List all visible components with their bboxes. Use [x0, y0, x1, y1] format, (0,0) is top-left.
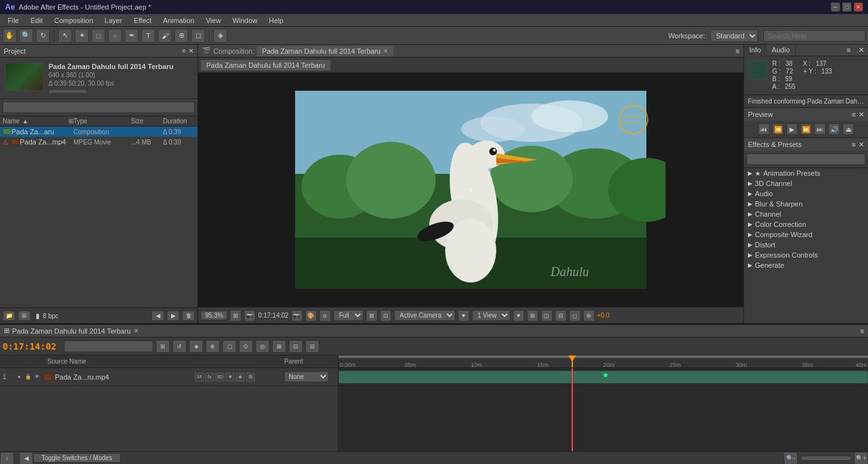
effects-cat-expression[interactable]: ▶ Expression Controls [744, 250, 868, 260]
timeline-options[interactable]: ≡ [860, 327, 864, 335]
toggle-prev[interactable]: ◀ [19, 452, 33, 465]
effects-cat-generate[interactable]: ▶ Generate [744, 260, 868, 270]
view-btn-3[interactable]: ⊟ [555, 310, 567, 321]
sw-collapse[interactable]: ★ [225, 373, 234, 382]
tl-btn-1[interactable]: ⊞ [156, 340, 170, 353]
sw-quality[interactable]: ◈ [236, 373, 245, 382]
effects-cat-3dchannel[interactable]: ▶ 3D Channel [744, 178, 868, 189]
info-panel-close[interactable]: ✕ [855, 45, 868, 56]
tool-pen[interactable]: ✒ [125, 29, 139, 43]
maximize-button[interactable]: □ [842, 3, 851, 12]
tab-close[interactable]: ✕ [383, 48, 388, 54]
tool-zoom[interactable]: 🔍 [19, 29, 33, 43]
preview-panel-options[interactable]: ≡ [852, 111, 856, 118]
quality-select[interactable]: Full [333, 310, 363, 321]
toggle-channels[interactable]: ⊠ [366, 310, 377, 321]
new-comp-btn[interactable]: ⊞ [18, 311, 31, 321]
camera-icon[interactable]: 📷 [291, 310, 303, 321]
menu-composition[interactable]: Composition [49, 15, 98, 26]
alpha-btn[interactable]: α [319, 310, 331, 321]
tool-brush[interactable]: 🖌 [158, 29, 172, 43]
timeline-search[interactable] [64, 341, 153, 352]
toggle-zoom-in[interactable]: 🔍+ [854, 452, 868, 465]
snapshot-btn[interactable]: 📷 [244, 310, 255, 321]
tl-btn-2[interactable]: ↺ [172, 340, 187, 353]
toggle-zoom-out[interactable]: 🔍- [784, 452, 798, 465]
tl-btn-7[interactable]: ◎ [255, 340, 270, 353]
layer-visible[interactable]: 👁 [33, 373, 41, 381]
tl-btn-4[interactable]: ⊕ [206, 340, 220, 353]
effects-cat-audio[interactable]: ▶ Audio [744, 189, 868, 199]
sw-frame-blend[interactable]: ⊞ [246, 373, 255, 382]
prev-btn[interactable]: ◀ [151, 311, 164, 321]
camera-opts[interactable]: ▼ [458, 310, 469, 321]
effects-cat-composite[interactable]: ▶ Composite Wizard [744, 229, 868, 240]
viewer-options[interactable]: ≡ [736, 47, 740, 55]
tool-clone[interactable]: ⊕ [174, 29, 188, 43]
tool-puppet[interactable]: ◈ [213, 29, 227, 43]
delete-btn[interactable]: 🗑 [182, 311, 195, 321]
tl-btn-3[interactable]: ◈ [189, 340, 203, 353]
preview-panel-close[interactable]: ✕ [858, 111, 864, 119]
tool-hand[interactable]: ✋ [3, 29, 17, 43]
effects-search-input[interactable] [747, 153, 865, 165]
view-btn-2[interactable]: ◫ [541, 310, 552, 321]
effects-cat-blur[interactable]: ▶ Blur & Sharpen [744, 199, 868, 209]
project-panel-options[interactable]: ≡ [182, 47, 186, 54]
tool-rect[interactable]: □ [91, 29, 105, 43]
sw-3d[interactable]: 3D [215, 373, 224, 382]
color-btn[interactable]: 🎨 [305, 310, 317, 321]
prev-audio[interactable]: 🔊 [828, 123, 840, 135]
layer-lock[interactable]: 🔒 [24, 373, 32, 381]
prev-loop[interactable]: ⏏ [842, 123, 854, 135]
view-btn-4[interactable]: ◻ [569, 310, 581, 321]
timeline-layer-0[interactable]: 1 ● 🔒 👁 Pada Za...ru.mp4 M fx 3D ★ ◈ ⊞ [0, 368, 338, 386]
prev-frame-start[interactable]: ⏮ [758, 123, 770, 135]
menu-file[interactable]: File [3, 15, 24, 26]
layer-parent-select-0[interactable]: None [284, 371, 329, 382]
tab-info[interactable]: Info [744, 45, 766, 56]
toggle-switches-modes[interactable]: Toggle Switches / Modes [33, 453, 121, 463]
toggle-expand[interactable]: ↕ [0, 452, 14, 465]
prev-frame-back[interactable]: ⏪ [772, 123, 784, 135]
fit-btn[interactable]: ⊞ [230, 310, 241, 321]
view-btn-1[interactable]: ⊞ [527, 310, 538, 321]
effects-cat-animation-presets[interactable]: ▶ ★ Animation Presets [744, 168, 868, 178]
toggle-transparency[interactable]: ⊡ [380, 310, 392, 321]
timeline-timecode[interactable]: 0:17:14:02 [3, 341, 56, 352]
menu-animation[interactable]: Animation [158, 15, 199, 26]
effects-cat-distort[interactable]: ▶ Distort [744, 240, 868, 250]
next-btn[interactable]: ▶ [167, 311, 179, 321]
comp-tab[interactable]: Pada Zaman Dahulu full 2014 Terbaru ✕ [257, 46, 393, 56]
tool-eraser[interactable]: ◻ [191, 29, 205, 43]
tl-btn-5[interactable]: ◻ [222, 340, 236, 353]
zoom-display[interactable]: 95.3% [201, 311, 227, 320]
tl-btn-9[interactable]: ⊡ [289, 340, 303, 353]
camera-select[interactable]: Active Camera [394, 310, 455, 321]
menu-layer[interactable]: Layer [100, 15, 128, 26]
sw-effect[interactable]: fx [205, 373, 214, 382]
project-item-comp[interactable]: Pada Za...aru Composition Δ 0:39 [0, 127, 197, 137]
menu-help[interactable]: Help [264, 15, 289, 26]
minimize-button[interactable]: ─ [831, 3, 840, 12]
tool-text[interactable]: T [141, 29, 155, 43]
effects-cat-channel[interactable]: ▶ Channel [744, 209, 868, 219]
tab-audio[interactable]: Audio [766, 45, 795, 56]
zoom-slider[interactable] [800, 456, 851, 461]
info-panel-options[interactable]: ≡ [843, 45, 855, 56]
tl-btn-10[interactable]: ⊟ [305, 340, 319, 353]
prev-frame-end[interactable]: ⏭ [814, 123, 826, 135]
col-name[interactable]: Name ▲ ⊞ [3, 118, 73, 125]
effects-cat-color-correction[interactable]: ▶ Color Correction [744, 219, 868, 229]
new-folder-btn[interactable]: 📁 [3, 311, 15, 321]
view-btn-5[interactable]: ⊕ [583, 310, 595, 321]
prev-play[interactable]: ▶ [786, 123, 798, 135]
project-item-video[interactable]: ⚠ Pada Za...mp4 MPEG Movie ...4 MB Δ 0:3… [0, 137, 197, 147]
view-opts[interactable]: ▼ [513, 310, 524, 321]
tl-btn-6[interactable]: ⊙ [239, 340, 253, 353]
layer-solo[interactable]: ● [15, 373, 23, 381]
close-button[interactable]: ✕ [854, 3, 863, 12]
search-input[interactable] [763, 30, 865, 42]
tool-move[interactable]: ✦ [75, 29, 89, 43]
prev-frame-fwd[interactable]: ⏩ [800, 123, 812, 135]
